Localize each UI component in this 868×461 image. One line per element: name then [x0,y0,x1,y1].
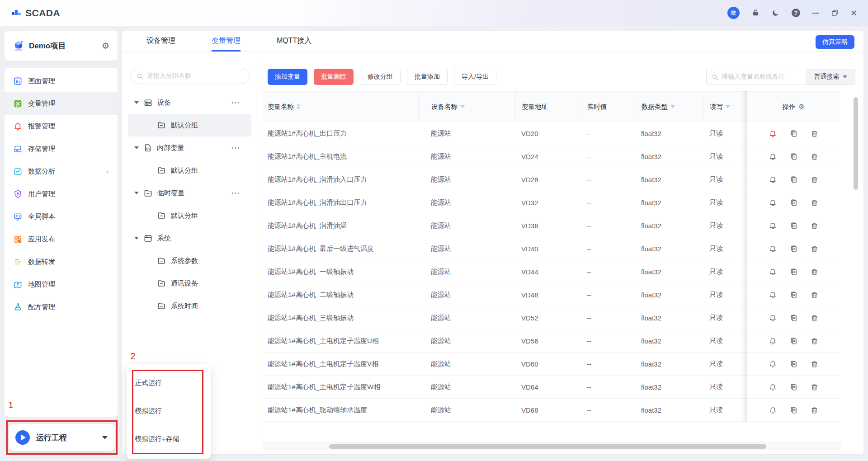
group-search-input[interactable]: 请输入分组名称 [130,68,250,84]
variable-search-input[interactable]: 请输入变量名称或备注 [707,69,806,85]
menu-item-simulated-run[interactable]: 模拟运行 [127,397,211,425]
alarm-bell-icon[interactable] [769,130,777,137]
tree-node-system[interactable]: 系统 [122,227,258,249]
delete-icon[interactable] [811,268,818,276]
tree-node-internal-variables[interactable]: 内部变量 ••• [122,136,258,159]
wechat-badge-icon[interactable]: 微 [727,7,740,19]
maximize-icon[interactable] [831,9,838,16]
alarm-bell-icon[interactable] [769,314,777,322]
alarm-bell-icon[interactable] [769,291,777,299]
dark-mode-moon-icon[interactable] [772,9,779,17]
alarm-bell-icon[interactable] [769,176,777,183]
copy-icon[interactable] [790,222,797,230]
column-header-name[interactable]: 变量名称 [263,92,418,122]
import-export-button[interactable]: 导入/导出 [454,69,496,85]
delete-icon[interactable] [811,153,818,160]
search-mode-select[interactable]: 普通搜索 [806,69,855,85]
vertical-scrollbar[interactable] [854,97,858,190]
sidebar-item-global-script[interactable]: 全局脚本 [5,205,118,228]
delete-icon[interactable] [811,314,818,322]
sidebar-item-alarm-management[interactable]: 报警管理 [5,115,118,137]
delete-icon[interactable] [811,383,818,391]
copy-icon[interactable] [790,153,797,160]
delete-icon[interactable] [811,360,818,368]
project-settings-gear-icon[interactable]: ⚙ [102,41,109,51]
sidebar-item-recipe-management[interactable]: 配方管理 [5,296,118,318]
tree-node-default-group-internal[interactable]: 默认分组 [128,159,251,182]
alarm-bell-icon[interactable] [769,153,777,160]
sidebar-item-data-analysis[interactable]: 数据分析 › [5,160,118,183]
copy-icon[interactable] [790,360,797,368]
tree-node-system-time[interactable]: 系统时间 [128,295,251,317]
column-header-rw[interactable]: 读写 [703,92,747,122]
tab-variable-management[interactable]: 变量管理 [212,31,241,52]
run-project-button[interactable]: 运行工程 [9,424,115,451]
tree-node-default-group-device[interactable]: 默认分组 [128,114,251,136]
copy-icon[interactable] [790,291,797,299]
copy-icon[interactable] [790,176,797,183]
tab-device-management[interactable]: 设备管理 [146,31,175,52]
caret-down-icon[interactable] [134,146,139,149]
delete-icon[interactable] [811,222,818,230]
sort-icon[interactable] [297,104,300,109]
delete-icon[interactable] [811,291,818,299]
copy-icon[interactable] [790,268,797,276]
copy-icon[interactable] [790,314,797,322]
node-menu-icon[interactable]: ••• [231,100,241,105]
delete-icon[interactable] [811,245,818,253]
sidebar-item-user-management[interactable]: 用户管理 [5,183,118,205]
copy-icon[interactable] [790,383,797,391]
add-variable-button[interactable]: 添加变量 [268,69,307,85]
sidebar-item-storage-management[interactable]: 存储管理 [5,137,118,160]
batch-add-button[interactable]: 批量添加 [407,69,448,85]
sidebar-item-map-management[interactable]: 地图管理 [5,273,118,296]
copy-icon[interactable] [790,337,797,345]
copy-icon[interactable] [790,245,797,253]
menu-item-formal-run[interactable]: 正式运行 [127,369,211,397]
alarm-bell-icon[interactable] [769,383,777,391]
minimize-icon[interactable] [812,13,819,14]
sidebar-item-data-forward[interactable]: 数据转发 [5,250,118,273]
tree-node-comm-devices[interactable]: 通讯设备 [128,272,251,295]
delete-icon[interactable] [811,176,818,183]
delete-icon[interactable] [811,130,818,137]
caret-down-icon[interactable] [134,237,139,240]
tree-node-system-params[interactable]: 系统参数 [128,249,251,272]
alarm-bell-icon[interactable] [769,199,777,207]
column-header-type[interactable]: 数据类型 [633,92,703,122]
delete-icon[interactable] [811,337,818,345]
node-menu-icon[interactable]: ••• [231,146,241,151]
copy-icon[interactable] [790,406,797,414]
sidebar-item-app-publish[interactable]: 应用发布 [5,228,118,250]
tree-node-device[interactable]: 设备 ••• [122,91,258,114]
caret-down-icon[interactable] [134,101,139,104]
delete-icon[interactable] [811,199,818,207]
alarm-bell-icon[interactable] [769,360,777,368]
menu-item-simulated-run-storage[interactable]: 模拟运行+存储 [127,425,211,453]
filter-icon[interactable] [670,105,675,108]
copy-icon[interactable] [790,199,797,207]
alarm-bell-icon[interactable] [769,337,777,345]
column-settings-gear-icon[interactable]: ⚙ [798,103,804,111]
filter-icon[interactable] [460,105,465,108]
node-menu-icon[interactable]: ••• [231,191,241,196]
close-icon[interactable]: ✕ [850,8,857,18]
tab-mqtt-access[interactable]: MQTT接入 [277,31,311,52]
sidebar-item-screen-management[interactable]: 画面管理 [5,70,118,92]
alarm-bell-icon[interactable] [769,268,777,276]
alarm-bell-icon[interactable] [769,406,777,414]
modify-group-button[interactable]: 修改分组 [360,69,401,85]
caret-down-icon[interactable] [102,436,108,439]
filter-icon[interactable] [726,105,730,108]
batch-delete-button[interactable]: 批量删除 [314,69,354,85]
alarm-bell-icon[interactable] [769,245,777,253]
tree-node-temp-variables[interactable]: 临时变量 ••• [122,182,258,204]
column-header-device[interactable]: 设备名称 [418,92,515,122]
caret-down-icon[interactable] [134,192,139,194]
help-icon[interactable]: ? [792,9,800,17]
tree-node-default-group-temp[interactable]: 默认分组 [128,204,251,227]
simulation-strategy-button[interactable]: 仿真策略 [816,35,854,49]
alarm-bell-icon[interactable] [769,222,777,230]
sidebar-item-variable-management[interactable]: 变量管理 [5,92,118,115]
delete-icon[interactable] [811,406,818,414]
